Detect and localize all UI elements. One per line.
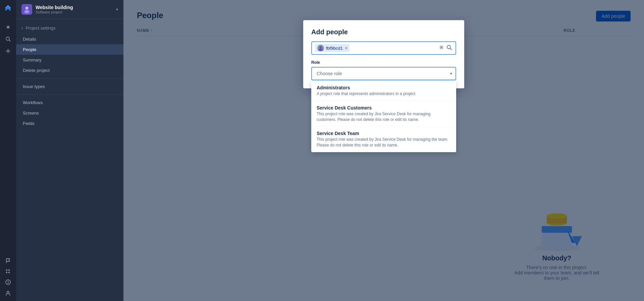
sidebar-item-label: Delete project (23, 68, 50, 73)
dropdown-item-title: Administrators (317, 85, 451, 90)
sidebar-item-label: People (23, 47, 36, 52)
jira-logo-icon[interactable] (3, 3, 13, 13)
sidebar-back-label: Project settings (26, 26, 56, 31)
help-icon[interactable]: ? (3, 277, 13, 288)
search-tag-text: fbf9bcd1 (326, 46, 343, 51)
dropdown-item-service-desk-team[interactable]: Service Desk Team This project role was … (311, 127, 456, 152)
user-avatar-icon[interactable] (3, 288, 13, 298)
role-select-wrapper: Choose role ▾ Administrators A project r… (311, 67, 456, 80)
star-icon[interactable]: ★ (3, 22, 13, 32)
sidebar-item-people[interactable]: People (16, 44, 123, 55)
role-dropdown-list: Administrators A project role that repre… (311, 81, 456, 152)
search-tag: fbf9bcd1 × (315, 44, 350, 52)
sidebar-item-label: Summary (23, 57, 42, 62)
svg-rect-5 (8, 269, 10, 271)
svg-point-21 (320, 46, 322, 49)
modal-overlay[interactable]: Add people fbf9bcd1 × (123, 0, 644, 301)
project-info: Website building Software project (36, 5, 113, 14)
project-avatar (21, 4, 32, 15)
plus-icon[interactable] (3, 46, 13, 56)
svg-point-12 (24, 10, 29, 13)
sidebar-divider-2 (16, 94, 123, 95)
svg-line-1 (9, 40, 10, 41)
role-placeholder: Choose role (317, 71, 342, 76)
search-tag-avatar (317, 45, 324, 51)
dropdown-item-desc: This project role was created by Jira Se… (317, 137, 451, 148)
svg-point-10 (7, 291, 9, 293)
search-icon[interactable] (3, 34, 13, 44)
project-sidebar: Website building Software project ▾ ‹ Pr… (16, 0, 123, 301)
search-submit-icon[interactable] (446, 44, 452, 52)
role-select[interactable]: Choose role (311, 67, 456, 80)
sidebar-item-summary[interactable]: Summary (16, 55, 123, 65)
sidebar-item-screens[interactable]: Screens (16, 108, 123, 118)
modal-header: Add people (303, 20, 464, 41)
dropdown-item-desc: This project role was created by Jira Se… (317, 111, 451, 123)
modal-body: fbf9bcd1 × (303, 41, 464, 88)
icon-rail: ★ ? (0, 0, 16, 301)
dropdown-item-administrators[interactable]: Administrators A project role that repre… (311, 81, 456, 101)
svg-text:?: ? (7, 281, 9, 285)
sidebar-item-issue-types[interactable]: Issue types (16, 81, 123, 92)
people-search-field[interactable]: fbf9bcd1 × (311, 41, 456, 55)
sidebar-item-label: Workflows (23, 100, 43, 105)
search-clear-button[interactable] (439, 45, 444, 51)
sidebar-item-workflows[interactable]: Workflows (16, 97, 123, 108)
sidebar-item-details[interactable]: Details (16, 34, 123, 44)
dropdown-item-desc: A project role that represents administr… (317, 91, 451, 97)
sidebar-item-label: Details (23, 37, 36, 42)
flag-icon[interactable] (3, 255, 13, 266)
dropdown-item-title: Service Desk Customers (317, 105, 451, 111)
svg-rect-6 (6, 272, 7, 273)
sidebar-back-button[interactable]: ‹ Project settings (16, 22, 123, 34)
sidebar-item-label: Fields (23, 121, 35, 126)
apps-icon[interactable] (3, 266, 13, 277)
sidebar-item-label: Issue types (23, 84, 45, 89)
search-tag-remove-button[interactable]: × (345, 46, 347, 50)
svg-rect-7 (8, 272, 10, 273)
svg-rect-4 (6, 269, 7, 271)
svg-line-26 (450, 48, 451, 50)
back-arrow-icon: ‹ (21, 25, 23, 31)
project-name: Website building (36, 5, 113, 10)
sidebar-item-delete-project[interactable]: Delete project (16, 65, 123, 76)
project-type: Software project (36, 10, 113, 14)
chevron-down-icon: ▾ (116, 7, 118, 12)
sidebar-settings-section: ‹ Project settings Details People Summar… (16, 19, 123, 131)
modal-title: Add people (311, 28, 456, 36)
sidebar-divider (16, 78, 123, 79)
sidebar-item-fields[interactable]: Fields (16, 118, 123, 129)
add-people-modal: Add people fbf9bcd1 × (303, 20, 464, 88)
main-content: People Add people Name ↑ Role (123, 0, 644, 301)
dropdown-item-title: Service Desk Team (317, 131, 451, 136)
role-label: Role (311, 60, 456, 65)
sidebar-item-label: Screens (23, 111, 39, 116)
project-header[interactable]: Website building Software project ▾ (16, 0, 123, 19)
dropdown-item-service-desk-customers[interactable]: Service Desk Customers This project role… (311, 101, 456, 127)
